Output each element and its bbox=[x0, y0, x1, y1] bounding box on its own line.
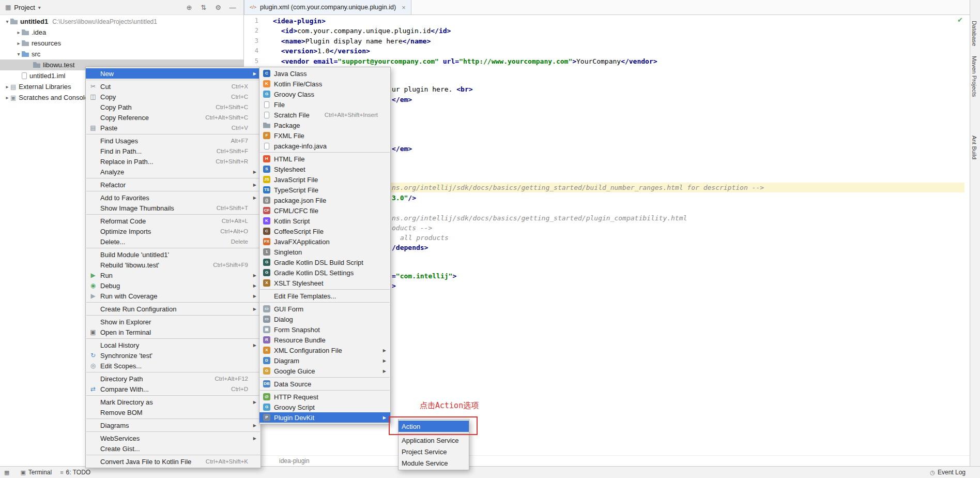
menu-item-copy-path[interactable]: Copy PathCtrl+Shift+C bbox=[86, 102, 261, 112]
menu-item-optimize-imports[interactable]: Optimize ImportsCtrl+Alt+O bbox=[86, 226, 261, 236]
menu-item-cut[interactable]: ✂CutCtrl+X bbox=[86, 81, 261, 92]
locate-file-icon[interactable]: ⊕ bbox=[183, 4, 195, 11]
editor-tab-plugin-xml[interactable]: </> plugin.xml (com.your.company.unique.… bbox=[244, 0, 411, 14]
menu-item-form-snapshot[interactable]: ▣Form Snapshot bbox=[259, 324, 390, 335]
tree-item-resources[interactable]: ▸resources bbox=[0, 38, 243, 49]
menu-item-xml-configuration-file[interactable]: XXML Configuration File▶ bbox=[259, 345, 390, 355]
menu-item-action[interactable]: Action bbox=[399, 421, 469, 432]
menu-item-coffeescript-file[interactable]: CCoffeeScript File bbox=[259, 226, 390, 236]
event-log-button[interactable]: ◷ Event Log bbox=[930, 469, 966, 476]
menu-item-gradle-kotlin-dsl-settings[interactable]: GGradle Kotlin DSL Settings bbox=[259, 267, 390, 278]
menu-item-compare-with[interactable]: ⇄Compare With...Ctrl+D bbox=[86, 384, 261, 394]
menu-item-analyze[interactable]: Analyze▶ bbox=[86, 167, 261, 177]
menu-item-gradle-kotlin-dsl-build-script[interactable]: GGradle Kotlin DSL Build Script bbox=[259, 257, 390, 267]
menu-item-html-file[interactable]: HHTML File bbox=[259, 154, 390, 164]
menu-item-create-run-configuration[interactable]: Create Run Configuration▶ bbox=[86, 304, 261, 314]
menu-item-create-gist[interactable]: Create Gist... bbox=[86, 443, 261, 454]
menu-item-paste[interactable]: ▤PasteCtrl+V bbox=[86, 123, 261, 133]
menu-item-package-info-java[interactable]: package-info.java bbox=[259, 141, 390, 151]
menu-item-show-in-explorer[interactable]: Show in Explorer bbox=[86, 317, 261, 327]
menu-item-google-guice[interactable]: GGoogle Guice▶ bbox=[259, 366, 390, 376]
terminal-button[interactable]: ▣ Terminal bbox=[20, 469, 52, 476]
tool-windows-switcher-icon[interactable]: ▦ bbox=[4, 469, 9, 476]
hide-panel-icon[interactable]: — bbox=[227, 4, 238, 11]
menu-item-diagram[interactable]: DDiagram▶ bbox=[259, 355, 390, 366]
menu-item-local-history[interactable]: Local History▶ bbox=[86, 340, 261, 350]
menu-item-synchronize-test[interactable]: ↻Synchronize 'test' bbox=[86, 350, 261, 361]
menu-item-fxml-file[interactable]: FFXML File bbox=[259, 130, 390, 141]
tree-item-src[interactable]: ▾src bbox=[0, 49, 243, 59]
menu-item-application-service[interactable]: Application Service bbox=[399, 435, 469, 446]
menu-item-convert-java-file-to-kotlin-file[interactable]: Convert Java File to Kotlin FileCtrl+Alt… bbox=[86, 456, 261, 467]
menu-item-typescript-file[interactable]: TSTypeScript File bbox=[259, 185, 390, 195]
close-tab-icon[interactable]: × bbox=[402, 4, 406, 11]
expand-arrow-icon[interactable]: ▸ bbox=[4, 84, 10, 89]
menu-item-module-service[interactable]: Module Service bbox=[399, 457, 469, 469]
menu-item-open-in-terminal[interactable]: ▣Open in Terminal bbox=[86, 327, 261, 337]
tree-item-untitled1[interactable]: ▾untitled1C:\Users\libowu\IdeaProjects\u… bbox=[0, 16, 243, 27]
menu-item-new[interactable]: New▶ bbox=[86, 68, 261, 79]
tool-button-maven-projects[interactable]: Maven Projects bbox=[971, 56, 977, 97]
tool-button-ant-build[interactable]: Ant Build bbox=[971, 136, 977, 159]
menu-item-copy[interactable]: ◫CopyCtrl+C bbox=[86, 92, 261, 102]
menu-item-groovy-script[interactable]: GGroovy Script bbox=[259, 402, 390, 412]
menu-item-run[interactable]: ▶Run▶ bbox=[86, 270, 261, 280]
menu-item-kotlin-script[interactable]: KKotlin Script bbox=[259, 216, 390, 226]
menu-item-add-to-favorites[interactable]: Add to Favorites▶ bbox=[86, 192, 261, 203]
tree-item-idea[interactable]: ▸.idea bbox=[0, 27, 243, 38]
menu-item-http-request[interactable]: @HTTP Request bbox=[259, 392, 390, 402]
menu-item-replace-in-path[interactable]: Replace in Path...Ctrl+Shift+R bbox=[86, 156, 261, 167]
menu-item-xslt-stylesheet[interactable]: XXSLT Stylesheet bbox=[259, 278, 390, 288]
collapse-expand-icon[interactable]: ⇅ bbox=[198, 4, 209, 11]
menu-item-show-image-thumbnails[interactable]: Show Image ThumbnailsCtrl+Shift+T bbox=[86, 203, 261, 213]
menu-item-delete[interactable]: Delete...Delete bbox=[86, 236, 261, 247]
menu-item-javascript-file[interactable]: JSJavaScript File bbox=[259, 174, 390, 185]
breadcrumb-item[interactable]: idea-plugin bbox=[279, 457, 310, 465]
menu-item-dialog[interactable]: ▭Dialog bbox=[259, 314, 390, 324]
menu-item-build-module-untitled1[interactable]: Build Module 'untitled1' bbox=[86, 249, 261, 260]
inspections-ok-icon[interactable]: ✔ bbox=[957, 16, 963, 24]
menu-item-diagrams[interactable]: Diagrams▶ bbox=[86, 420, 261, 430]
expand-arrow-icon[interactable]: ▸ bbox=[4, 95, 10, 100]
menu-item-file[interactable]: File bbox=[259, 99, 390, 110]
menu-item-edit-scopes[interactable]: ◎Edit Scopes... bbox=[86, 361, 261, 371]
expand-arrow-icon[interactable]: ▸ bbox=[16, 29, 22, 35]
expand-arrow-icon[interactable]: ▸ bbox=[16, 40, 22, 46]
menu-item-java-class[interactable]: CJava Class bbox=[259, 68, 390, 79]
collapse-arrow-icon[interactable]: ▾ bbox=[16, 51, 22, 57]
menu-item-project-service[interactable]: Project Service bbox=[399, 446, 469, 457]
menu-item-webservices[interactable]: WebServices▶ bbox=[86, 433, 261, 443]
menu-item-find-usages[interactable]: Find UsagesAlt+F7 bbox=[86, 136, 261, 146]
menu-item-find-in-path[interactable]: Find in Path...Ctrl+Shift+F bbox=[86, 146, 261, 156]
menu-item-singleton[interactable]: 1Singleton bbox=[259, 247, 390, 257]
tool-button-database[interactable]: Database bbox=[971, 21, 977, 46]
menu-item-mark-directory-as[interactable]: Mark Directory as▶ bbox=[86, 397, 261, 407]
menu-item-rebuild-libowu-test[interactable]: Rebuild 'libowu.test'Ctrl+Shift+F9 bbox=[86, 260, 261, 270]
todo-button[interactable]: ≡ 6: TODO bbox=[60, 469, 90, 476]
menu-item-resource-bundle[interactable]: RResource Bundle bbox=[259, 335, 390, 345]
menu-item-data-source[interactable]: DBData Source bbox=[259, 379, 390, 389]
menu-item-javafxapplication[interactable]: FXJavaFXApplication bbox=[259, 236, 390, 247]
menu-item-debug[interactable]: ◉Debug▶ bbox=[86, 280, 261, 291]
menu-item-plugin-devkit[interactable]: PPlugin DevKit▶ bbox=[259, 412, 390, 423]
menu-item-directory-path[interactable]: Directory PathCtrl+Alt+F12 bbox=[86, 374, 261, 384]
menu-item-groovy-class[interactable]: GGroovy Class bbox=[259, 89, 390, 99]
gear-icon[interactable]: ⚙ bbox=[212, 4, 224, 11]
menu-item-package-json-file[interactable]: {}package.json File bbox=[259, 195, 390, 205]
menu-item-reformat-code[interactable]: Reformat CodeCtrl+Alt+L bbox=[86, 216, 261, 226]
menu-item-package[interactable]: Package bbox=[259, 120, 390, 130]
menu-item-remove-bom[interactable]: Remove BOM bbox=[86, 407, 261, 417]
collapse-arrow-icon[interactable]: ▾ bbox=[4, 19, 10, 24]
menu-item-copy-reference[interactable]: Copy ReferenceCtrl+Alt+Shift+C bbox=[86, 112, 261, 123]
menu-item-refactor[interactable]: Refactor▶ bbox=[86, 180, 261, 190]
menu-item-scratch-file[interactable]: Scratch FileCtrl+Alt+Shift+Insert bbox=[259, 110, 390, 120]
breadcrumb[interactable]: idea-plugin bbox=[244, 455, 970, 466]
menu-item-edit-file-templates[interactable]: Edit File Templates... bbox=[259, 291, 390, 301]
menu-item-cfml-cfc-file[interactable]: CFCFML/CFC file bbox=[259, 205, 390, 216]
project-header-title[interactable]: Project bbox=[14, 4, 35, 11]
menu-item-stylesheet[interactable]: SStylesheet bbox=[259, 164, 390, 174]
chevron-down-icon[interactable]: ▾ bbox=[38, 5, 41, 10]
menu-item-kotlin-file-class[interactable]: KKotlin File/Class bbox=[259, 79, 390, 89]
menu-item-run-with-coverage[interactable]: ▶Run with Coverage▶ bbox=[86, 291, 261, 301]
menu-item-gui-form[interactable]: ▭GUI Form bbox=[259, 304, 390, 314]
